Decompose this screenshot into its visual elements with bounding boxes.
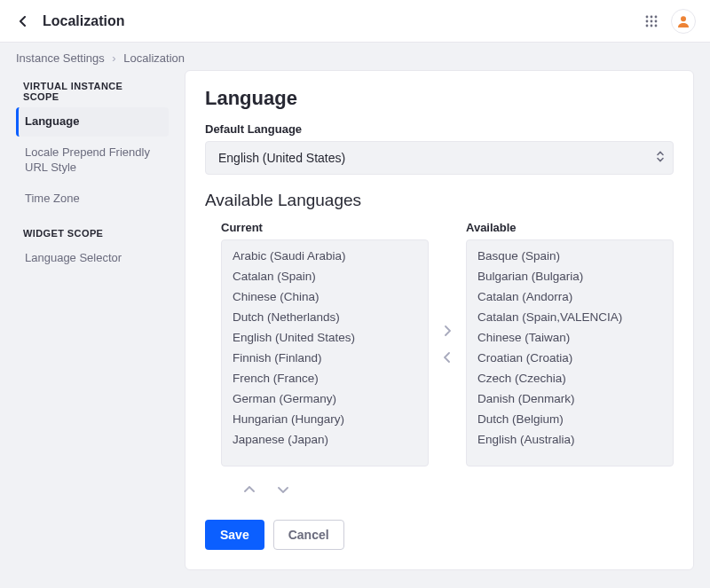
available-list-title: Available [466,221,674,234]
move-down-button[interactable] [272,479,294,500]
svg-point-8 [655,24,658,27]
current-list-title: Current [221,221,429,234]
breadcrumb-current: Localization [123,51,185,65]
list-item[interactable]: Catalan (Spain,VALENCIA) [467,307,673,327]
available-languages-list[interactable]: Basque (Spain)Bulgarian (Bulgaria)Catala… [466,239,674,466]
list-item[interactable]: Japanese (Japan) [222,429,428,450]
list-item[interactable]: Catalan (Andorra) [467,286,673,307]
list-item[interactable]: Croatian (Croatia) [467,348,673,368]
list-item[interactable]: Catalan (Spain) [222,266,428,286]
current-languages-list[interactable]: Arabic (Saudi Arabia)Catalan (Spain)Chin… [221,239,429,466]
cancel-button[interactable]: Cancel [273,520,344,550]
list-item[interactable]: Finnish (Finland) [222,348,428,368]
chevron-right-icon: › [112,51,115,65]
page-title: Localization [43,13,124,29]
sidebar: VIRTUAL INSTANCE SCOPE Language Locale P… [16,70,169,570]
user-avatar[interactable] [671,9,696,34]
svg-point-3 [646,20,649,22]
sidebar-item-locale-prepend[interactable]: Locale Prepend Friendly URL Style [16,138,169,183]
svg-point-9 [681,16,686,21]
svg-point-4 [651,20,653,22]
svg-point-6 [646,24,649,27]
save-button[interactable]: Save [205,520,264,550]
list-item[interactable]: Hungarian (Hungary) [222,409,428,429]
move-up-button[interactable] [239,479,260,500]
list-item[interactable]: Dutch (Netherlands) [222,307,428,327]
list-item[interactable]: German (Germany) [222,388,428,409]
list-item[interactable]: Basque (Spain) [467,246,673,266]
move-left-button[interactable] [437,347,458,368]
svg-point-5 [655,20,658,22]
list-item[interactable]: Bulgarian (Bulgaria) [467,266,673,286]
dual-list: Current Arabic (Saudi Arabia)Catalan (Sp… [205,221,674,466]
list-item[interactable]: Dutch (Belgium) [467,409,673,429]
list-item[interactable]: Chinese (China) [222,286,428,307]
svg-point-2 [655,15,658,18]
back-button[interactable] [14,12,32,30]
svg-point-1 [651,15,653,18]
available-languages-heading: Available Languages [205,191,674,210]
svg-point-0 [646,15,649,18]
breadcrumb-parent[interactable]: Instance Settings [16,51,105,65]
list-item[interactable]: French (France) [222,368,428,388]
list-item[interactable]: Chinese (Taiwan) [467,327,673,348]
settings-panel: Language Default Language English (Unite… [185,70,694,570]
svg-point-7 [651,24,653,27]
list-item[interactable]: Arabic (Saudi Arabia) [222,246,428,266]
list-item[interactable]: Danish (Denmark) [467,388,673,409]
list-item[interactable]: English (United States) [222,327,428,348]
move-right-button[interactable] [437,320,458,341]
sidebar-item-language-selector[interactable]: Language Selector [16,244,169,273]
default-language-select[interactable]: English (United States) [205,141,674,175]
list-item[interactable]: English (Australia) [467,429,673,450]
scope-heading: VIRTUAL INSTANCE SCOPE [16,75,169,107]
sidebar-item-language[interactable]: Language [16,107,169,137]
panel-heading: Language [205,87,674,110]
apps-grid-icon[interactable] [643,12,660,30]
breadcrumb: Instance Settings › Localization [0,43,710,70]
sidebar-item-time-zone[interactable]: Time Zone [16,184,169,214]
default-language-label: Default Language [205,122,674,136]
list-item[interactable]: Czech (Czechia) [467,368,673,388]
scope-heading: WIDGET SCOPE [16,223,169,244]
topbar: Localization [0,0,710,43]
